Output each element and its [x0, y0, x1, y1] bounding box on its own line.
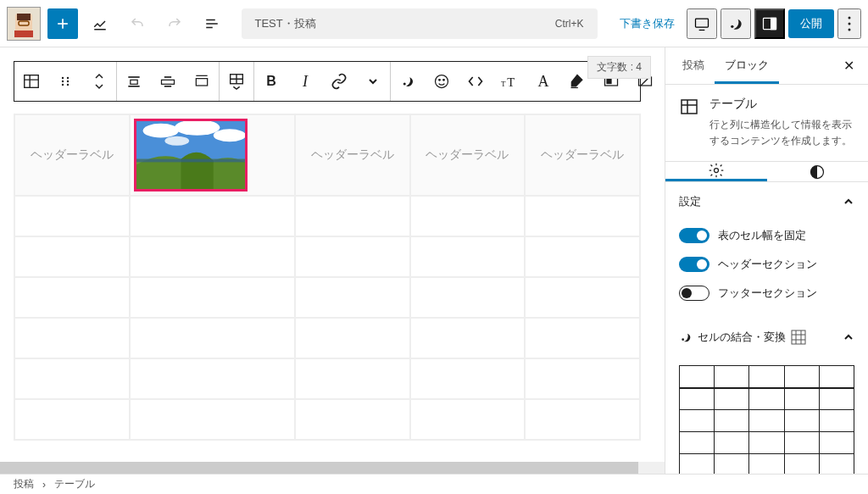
svg-point-41 [213, 129, 245, 142]
document-title-bar[interactable]: TEST・投稿 Ctrl+K [242, 8, 598, 39]
undo-button[interactable] [122, 8, 153, 39]
svg-rect-21 [128, 76, 139, 78]
svg-point-40 [175, 119, 220, 136]
code-icon[interactable] [459, 62, 492, 101]
header-section-switch[interactable] [679, 257, 709, 272]
view-button[interactable] [687, 8, 717, 39]
bold-button[interactable]: B [254, 62, 288, 101]
breadcrumb: 投稿 › テーブル [0, 474, 868, 494]
settings-sidebar: 投稿 ブロック ✕ テーブル 行と列に構造化して情報を表示するコンテンツを作成し… [665, 47, 868, 474]
svg-point-30 [436, 75, 448, 88]
svg-rect-6 [206, 26, 213, 28]
inspector-sub-tabs [665, 162, 868, 182]
svg-point-13 [849, 28, 851, 31]
fixed-width-switch[interactable] [679, 228, 709, 243]
svg-rect-45 [682, 100, 697, 114]
settings-sub-tab[interactable] [665, 162, 767, 181]
plugin-icon [679, 330, 693, 344]
svg-point-17 [62, 80, 64, 82]
command-shortcut: Ctrl+K [555, 18, 584, 30]
font-size-icon[interactable]: TT [492, 62, 526, 101]
structure-preview-table[interactable] [679, 365, 854, 474]
jetpack-icon[interactable] [721, 8, 751, 39]
horizontal-scrollbar[interactable] [0, 462, 665, 474]
character-count: 文字数 : 4 [587, 56, 651, 79]
align-wide-icon[interactable] [151, 62, 185, 101]
svg-rect-44 [136, 159, 245, 163]
publish-button[interactable]: 公開 [788, 9, 834, 38]
block-info-panel: テーブル 行と列に構造化して情報を表示するコンテンツを作成します。 [665, 85, 868, 162]
svg-point-15 [62, 77, 64, 79]
svg-rect-49 [792, 330, 805, 344]
table-row [14, 196, 640, 236]
svg-text:T: T [507, 75, 515, 89]
merge-panel-header[interactable]: セルの結合・変換 [665, 318, 868, 357]
more-options-button[interactable] [837, 8, 861, 39]
table-row [14, 318, 640, 358]
link-button[interactable] [322, 62, 356, 101]
svg-rect-14 [25, 75, 39, 88]
close-sidebar-button[interactable]: ✕ [837, 47, 861, 84]
main-area: 文字数 : 4 B I [0, 47, 868, 474]
site-avatar[interactable] [7, 7, 41, 41]
svg-point-31 [439, 80, 441, 81]
merge-panel-body [665, 357, 868, 474]
toggle-fixed-width: 表のセル幅を固定 [679, 221, 854, 250]
sidebar-toggle-button[interactable] [754, 8, 785, 39]
svg-point-32 [443, 80, 445, 81]
settings-panel-header[interactable]: 設定 [665, 182, 868, 221]
content-table[interactable]: ヘッダーラベル [14, 114, 641, 441]
redo-button[interactable] [159, 8, 190, 39]
svg-rect-24 [164, 76, 171, 78]
svg-rect-25 [162, 80, 175, 84]
header-cell[interactable]: ヘッダーラベル [410, 114, 526, 196]
breadcrumb-post[interactable]: 投稿 [14, 477, 34, 491]
top-right-controls: 下書き保存 公開 [611, 8, 861, 39]
svg-rect-3 [14, 31, 33, 37]
block-description: 行と列に構造化して情報を表示するコンテンツを作成します。 [709, 117, 854, 149]
header-cell[interactable]: ヘッダーラベル [295, 114, 410, 196]
save-draft-button[interactable]: 下書き保存 [611, 11, 683, 36]
align-full-icon[interactable] [185, 62, 219, 101]
header-cell-image[interactable] [130, 114, 295, 196]
move-arrows-icon[interactable] [82, 62, 116, 101]
tab-post[interactable]: 投稿 [672, 47, 715, 84]
breadcrumb-table[interactable]: テーブル [54, 477, 95, 491]
emoji-icon[interactable] [425, 62, 459, 101]
merge-grid-icon [791, 330, 806, 345]
header-cell[interactable]: ヘッダーラベル [14, 114, 130, 196]
settings-panel-body: 表のセル幅を固定 ヘッダーセクション フッターセクション [665, 221, 868, 318]
svg-rect-36 [607, 80, 611, 84]
svg-rect-5 [206, 23, 218, 25]
inserted-image[interactable] [134, 119, 248, 191]
text-color-icon[interactable]: A [526, 62, 560, 101]
drag-handle-icon[interactable] [48, 62, 82, 101]
styles-sub-tab[interactable] [767, 162, 869, 181]
svg-rect-26 [164, 86, 171, 87]
toggle-header-section: ヘッダーセクション [679, 250, 854, 279]
table-row [14, 358, 640, 399]
sidebar-tabs: 投稿 ブロック ✕ [665, 47, 868, 85]
italic-button[interactable]: I [288, 62, 322, 101]
svg-point-29 [403, 83, 406, 86]
footer-section-switch[interactable] [679, 286, 709, 301]
block-type-icon[interactable] [14, 62, 48, 101]
svg-point-19 [62, 84, 64, 86]
table-row [14, 399, 640, 440]
align-none-icon[interactable] [117, 62, 151, 101]
block-toolbar: B I TT A [14, 61, 641, 102]
header-cell[interactable]: ヘッダーラベル [525, 114, 640, 196]
svg-text:T: T [501, 80, 506, 88]
chevron-up-icon [843, 196, 854, 208]
svg-rect-7 [696, 19, 709, 27]
breadcrumb-separator: › [42, 479, 46, 491]
document-outline-button[interactable] [197, 8, 227, 39]
add-block-button[interactable] [47, 8, 78, 39]
tab-block[interactable]: ブロック [715, 47, 779, 84]
table-edit-icon[interactable] [220, 62, 253, 101]
format-1-icon[interactable] [391, 62, 425, 101]
more-format-chevron[interactable] [356, 62, 390, 101]
svg-rect-23 [128, 86, 139, 87]
edit-mode-button[interactable] [85, 8, 115, 39]
chevron-up-icon [843, 331, 854, 343]
